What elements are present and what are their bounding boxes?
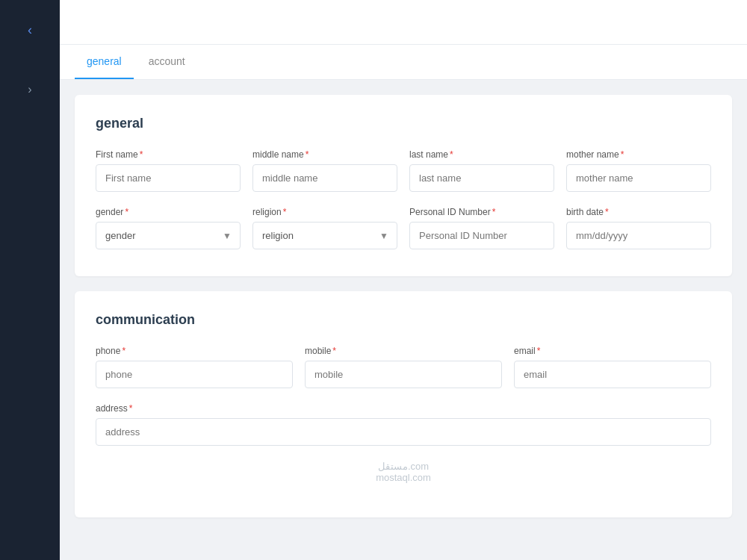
gender-label: gender*: [96, 207, 241, 217]
chevron-left-icon: ‹: [28, 22, 32, 37]
mobile-input[interactable]: [305, 361, 502, 388]
mother-name-input[interactable]: [566, 164, 711, 192]
phone-label: phone*: [96, 346, 293, 356]
sidebar-expand-button[interactable]: ›: [20, 75, 39, 104]
gender-group: gender* gender Male Female ▼: [96, 207, 241, 249]
email-group: email*: [514, 346, 711, 388]
last-name-group: last name*: [409, 149, 554, 192]
tab-general[interactable]: general: [75, 45, 134, 79]
birth-date-group: birth date*: [566, 207, 711, 249]
phone-group: phone*: [96, 346, 293, 388]
chevron-right-icon: ›: [28, 83, 31, 96]
communication-form-grid: phone* mobile* email*: [96, 346, 711, 446]
religion-select-wrapper: religion Islam Christian ▼: [252, 222, 397, 249]
last-name-label: last name*: [409, 149, 554, 160]
general-card: general First name* middle name*: [75, 95, 732, 276]
religion-select[interactable]: religion Islam Christian: [252, 222, 397, 249]
topbar: [60, 0, 747, 45]
middle-name-input[interactable]: [252, 164, 397, 192]
first-name-group: First name*: [96, 149, 241, 192]
tab-account[interactable]: account: [137, 45, 197, 79]
first-name-label: First name*: [96, 149, 241, 160]
birth-date-input[interactable]: [566, 222, 711, 249]
content-area: general First name* middle name*: [60, 80, 747, 560]
middle-name-group: middle name*: [252, 149, 397, 192]
personal-id-input[interactable]: [409, 222, 554, 249]
communication-card-title: communication: [96, 312, 711, 328]
main-area: general account general First name* midd…: [60, 0, 747, 560]
birth-date-label: birth date*: [566, 207, 711, 217]
personal-id-group: Personal ID Number*: [409, 207, 554, 249]
first-name-input[interactable]: [96, 164, 241, 192]
last-name-input[interactable]: [409, 164, 554, 192]
sidebar-back-button[interactable]: ‹: [20, 15, 40, 46]
address-group: address*: [96, 403, 711, 446]
religion-label: religion*: [252, 207, 397, 217]
gender-select-wrapper: gender Male Female ▼: [96, 222, 241, 249]
general-form-grid: First name* middle name* last name*: [96, 149, 711, 249]
email-input[interactable]: [514, 361, 711, 388]
communication-card: communication phone* mobile*: [75, 291, 732, 517]
sidebar: ‹ ›: [0, 0, 60, 560]
watermark: مستقل.commostaql.com: [96, 453, 711, 491]
mobile-group: mobile*: [305, 346, 502, 388]
general-card-title: general: [96, 116, 711, 131]
mother-name-group: mother name*: [566, 149, 711, 192]
email-label: email*: [514, 346, 711, 356]
religion-group: religion* religion Islam Christian ▼: [252, 207, 397, 249]
personal-id-label: Personal ID Number*: [409, 207, 554, 217]
phone-input[interactable]: [96, 361, 293, 388]
mother-name-label: mother name*: [566, 149, 711, 160]
mobile-label: mobile*: [305, 346, 502, 356]
middle-name-label: middle name*: [252, 149, 397, 160]
gender-select[interactable]: gender Male Female: [96, 222, 241, 249]
tabs-bar: general account: [60, 45, 747, 80]
address-label: address*: [96, 403, 711, 414]
address-input[interactable]: [96, 418, 711, 446]
